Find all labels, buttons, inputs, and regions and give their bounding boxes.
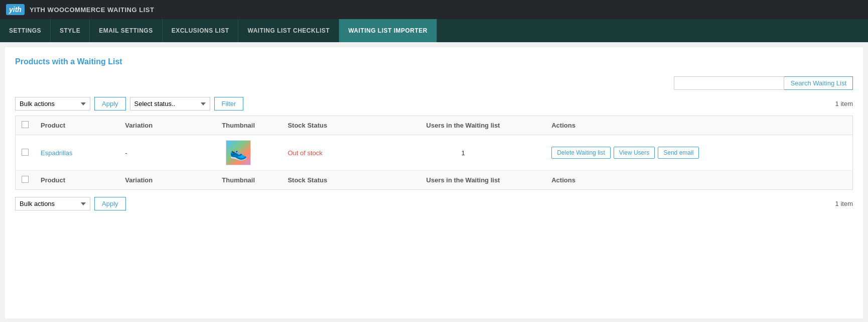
search-input[interactable]	[674, 76, 784, 90]
item-count-top: 1 item	[835, 100, 853, 108]
footer-checkbox-col	[16, 171, 35, 190]
tab-style[interactable]: STYLE	[51, 19, 90, 42]
header-product: Product	[35, 116, 119, 135]
footer-header-users-waiting: Users in the Waiting list	[381, 171, 545, 190]
site-title: YITH WOOCOMMERCE WAITING LIST	[30, 6, 155, 14]
row-users-count: 1	[381, 135, 545, 171]
send-email-button[interactable]: Send email	[658, 147, 699, 159]
row-thumbnail-cell: 👟	[195, 135, 281, 171]
header-checkbox-col	[16, 116, 35, 135]
footer-header-stock-status: Stock Status	[281, 171, 380, 190]
apply-button-bottom[interactable]: Apply	[94, 197, 126, 210]
search-button[interactable]: Search Waiting List	[784, 76, 853, 90]
tab-exclusions-list[interactable]: EXCLUSIONS LIST	[163, 19, 239, 42]
select-all-checkbox[interactable]	[22, 121, 29, 128]
tab-settings[interactable]: SETTINGS	[0, 19, 51, 42]
waiting-list-table: Product Variation Thumbnail Stock Status…	[15, 116, 853, 190]
tab-waiting-list-importer[interactable]: WAITING LIST IMPORTER	[339, 19, 437, 42]
bulk-actions-bottom: Bulk actions Apply 1 item	[15, 197, 853, 210]
shoe-icon: 👟	[230, 145, 247, 161]
footer-select-all-checkbox[interactable]	[22, 176, 29, 183]
footer-header-product: Product	[35, 171, 119, 190]
bulk-actions-top: Bulk actions Apply Select status.. Filte…	[15, 97, 853, 111]
row-product-name: Espadrillas	[35, 135, 119, 171]
row-checkbox-cell	[16, 135, 35, 171]
header-stock-status: Stock Status	[281, 116, 380, 135]
delete-waiting-list-button[interactable]: Delete Waiting list	[551, 147, 611, 159]
row-stock-status: Out of stock	[281, 135, 380, 171]
top-bar: yith YITH WOOCOMMERCE WAITING LIST	[0, 0, 868, 19]
product-thumbnail: 👟	[226, 140, 251, 165]
main-content: Products with a Waiting List Search Wait…	[5, 47, 863, 318]
page-title: Products with a Waiting List	[15, 57, 853, 66]
footer-header-variation: Variation	[119, 171, 195, 190]
search-area: Search Waiting List	[15, 76, 853, 90]
table-row: Espadrillas - 👟 Out of stock 1 Delete Wa…	[16, 135, 853, 171]
footer-header-actions: Actions	[545, 171, 852, 190]
row-variation: -	[119, 135, 195, 171]
header-actions: Actions	[545, 116, 852, 135]
footer-header-thumbnail: Thumbnail	[195, 171, 281, 190]
tab-email-settings[interactable]: EMAIL SETTINGS	[90, 19, 162, 42]
tab-waiting-list-checklist[interactable]: WAITING LIST CHECKLIST	[238, 19, 339, 42]
table-header-row: Product Variation Thumbnail Stock Status…	[16, 116, 853, 135]
header-thumbnail: Thumbnail	[195, 116, 281, 135]
actions-group: Delete Waiting list View Users Send emai…	[551, 147, 846, 159]
stock-status-badge: Out of stock	[287, 149, 322, 157]
bulk-actions-select-bottom[interactable]: Bulk actions	[15, 197, 90, 210]
nav-tabs: SETTINGS STYLE EMAIL SETTINGS EXCLUSIONS…	[0, 19, 868, 42]
item-count-bottom: 1 item	[835, 200, 853, 207]
bulk-actions-select-top[interactable]: Bulk actions	[15, 97, 90, 111]
product-link[interactable]: Espadrillas	[41, 149, 73, 157]
header-users-waiting: Users in the Waiting list	[381, 116, 545, 135]
table-footer-header-row: Product Variation Thumbnail Stock Status…	[16, 171, 853, 190]
yith-logo: yith YITH WOOCOMMERCE WAITING LIST	[6, 4, 154, 15]
view-users-button[interactable]: View Users	[614, 147, 655, 159]
apply-button-top[interactable]: Apply	[94, 97, 126, 111]
header-variation: Variation	[119, 116, 195, 135]
status-select-top[interactable]: Select status..	[130, 97, 210, 111]
row-checkbox[interactable]	[22, 149, 29, 156]
logo-mark: yith	[6, 4, 25, 15]
row-actions-cell: Delete Waiting list View Users Send emai…	[545, 135, 852, 171]
filter-button-top[interactable]: Filter	[214, 97, 244, 111]
